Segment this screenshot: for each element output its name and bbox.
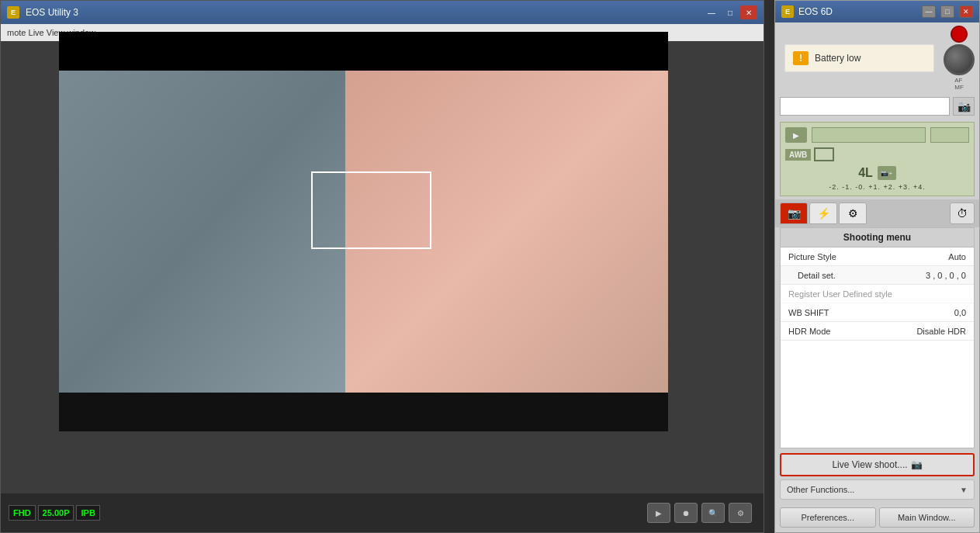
fps-badge: 25.00P — [38, 505, 74, 521]
live-view-camera-icon: 📷 — [911, 459, 923, 470]
cam-value-1 — [812, 127, 926, 143]
codec-badge: IPB — [76, 505, 99, 521]
bottom-status-bar: FHD 25.00P IPB ▶ ⏺ 🔍 ⚙ — [1, 493, 764, 532]
camera-view — [59, 32, 668, 431]
panel-title: EOS 6D — [798, 6, 917, 17]
camera-plus-icon: 📷+ — [878, 166, 896, 180]
main-titlebar: E EOS Utility 3 — □ ✕ — [1, 1, 764, 24]
wb-shift-label: WB SHIFT — [788, 308, 829, 317]
wb-shift-value: 0,0 — [954, 308, 966, 317]
zoom-control-btn[interactable]: 🔍 — [701, 503, 725, 523]
minimize-button[interactable]: — — [703, 5, 720, 19]
menu-item-hdr-mode[interactable]: HDR Mode Disable HDR — [781, 322, 974, 341]
picture-style-value: Auto — [948, 252, 966, 261]
cam-value-2 — [930, 127, 969, 143]
pictures-row: Pictures 📷 — [780, 97, 975, 116]
main-window-button[interactable]: Main Window... — [879, 507, 975, 528]
detail-set-value: 3 , 0 , 0 , 0 — [926, 271, 966, 280]
af-label: AFMF — [954, 77, 964, 91]
close-button[interactable]: ✕ — [740, 5, 757, 19]
tab-flash[interactable]: ⚡ — [809, 202, 837, 224]
pictures-input[interactable]: Pictures — [780, 97, 950, 116]
battery-warning: ! Battery low — [784, 44, 934, 72]
shooting-menu-header: Shooting menu — [781, 228, 974, 247]
panel-close-btn[interactable]: ✕ — [959, 5, 973, 18]
camera-black-top — [59, 32, 668, 71]
other-functions-button[interactable]: Other Functions... ▼ — [780, 479, 975, 500]
eos6d-panel: E EOS 6D — □ ✕ ! Battery low AFMF Pictur… — [774, 0, 980, 533]
hdr-mode-value: Disable HDR — [916, 327, 966, 336]
pictures-dropdown-btn[interactable]: 📷 — [953, 97, 975, 116]
panel-titlebar: E EOS 6D — □ ✕ — [775, 1, 979, 22]
warning-icon: ! — [793, 51, 809, 65]
main-window: E EOS Utility 3 — □ ✕ mote Live View win… — [0, 0, 764, 533]
bottom-panel: Live View shoot.... 📷 Other Functions...… — [775, 448, 979, 504]
tab-timer[interactable]: ⏱ — [950, 202, 975, 224]
detail-set-label: Detail set. — [798, 271, 836, 280]
maximize-button[interactable]: □ — [722, 5, 739, 19]
panel-minimize-btn[interactable]: — — [922, 5, 936, 18]
hdr-mode-label: HDR Mode — [788, 327, 830, 336]
panel-app-icon: E — [781, 5, 794, 18]
menu-item-detail-set[interactable]: Detail set. 3 , 0 , 0 , 0 — [781, 266, 974, 285]
cam-row-2: AWB — [785, 147, 969, 161]
menu-item-register-style: Register User Defined style — [781, 285, 974, 303]
exposure-strip: -2. -1. -0. +1. +2. +3. +4. — [785, 183, 969, 191]
main-window-title: EOS Utility 3 — [26, 7, 697, 18]
awb-badge: AWB — [785, 149, 811, 161]
camera-scene — [59, 71, 668, 393]
shooting-menu-panel: Shooting menu Picture Style Auto Detail … — [780, 227, 975, 448]
tab-camera[interactable]: 📷 — [780, 202, 808, 224]
picture-style-label: Picture Style — [788, 252, 836, 261]
window-controls: — □ ✕ — [703, 5, 757, 19]
camera-black-bottom — [59, 393, 668, 431]
final-buttons-row: Preferences... Main Window... — [775, 504, 979, 532]
settings-control-btn[interactable]: ⚙ — [729, 503, 752, 523]
record-control-btn[interactable]: ⏺ — [674, 503, 698, 523]
battery-text: Battery low — [815, 53, 861, 64]
scene-control-btn[interactable]: ▶ — [647, 503, 670, 523]
other-functions-label: Other Functions... — [787, 485, 854, 494]
tab-settings[interactable]: ⚙ — [839, 202, 867, 224]
focus-box — [311, 171, 431, 249]
register-style-label: Register User Defined style — [788, 289, 892, 299]
format-badge: FHD — [9, 505, 36, 521]
record-button[interactable] — [951, 26, 968, 43]
cam-row-3: 4L 📷+ — [785, 166, 969, 180]
preferences-button[interactable]: Preferences... — [780, 507, 876, 528]
live-view-shoot-button[interactable]: Live View shoot.... 📷 — [780, 453, 975, 476]
quality-icon: 4L — [858, 166, 873, 180]
dropdown-arrow-icon: ▼ — [960, 486, 968, 494]
live-view-shoot-label: Live View shoot.... — [832, 459, 907, 470]
menu-item-picture-style[interactable]: Picture Style Auto — [781, 247, 974, 266]
cam-row-1: ▶ — [785, 127, 969, 143]
camera-dial[interactable] — [944, 44, 975, 75]
menu-item-wb-shift[interactable]: WB SHIFT 0,0 — [781, 303, 974, 322]
video-icon: ▶ — [785, 127, 807, 143]
tab-bar: 📷 ⚡ ⚙ ⏱ — [775, 199, 979, 227]
metering-icon — [814, 147, 834, 161]
camera-lcd-display: ▶ AWB 4L 📷+ -2. -1. -0. +1. +2. +3. +4. — [780, 122, 975, 196]
panel-maximize-btn[interactable]: □ — [940, 5, 954, 18]
app-icon: E — [7, 6, 19, 19]
